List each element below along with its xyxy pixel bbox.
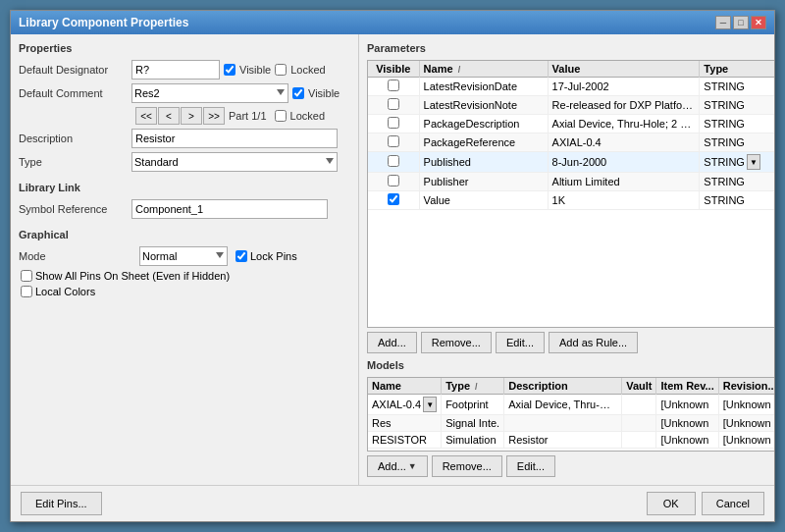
models-button-row: Add... ▼ Remove... Edit... bbox=[367, 455, 774, 477]
col-header-type: Type bbox=[700, 61, 774, 78]
lock-pins-checkbox[interactable] bbox=[236, 250, 247, 262]
params-name-cell: LatestRevisionDate bbox=[419, 78, 548, 96]
models-table-row[interactable]: AXIAL-0.4▼FootprintAxial Device, Thru-Ho… bbox=[368, 395, 774, 415]
type-row: Type Standard Power Graphical Net Tie bbox=[19, 152, 350, 172]
nav-first-button[interactable]: << bbox=[135, 107, 157, 125]
designator-locked-checkbox[interactable] bbox=[275, 64, 287, 76]
models-type-sort[interactable]: / bbox=[475, 382, 478, 392]
models-table: Name Type / Description Vault Item Rev..… bbox=[368, 378, 774, 449]
params-add-button[interactable]: Add... bbox=[367, 332, 417, 353]
params-table-row[interactable]: LatestRevisionDate17-Jul-2002STRING bbox=[368, 78, 774, 96]
params-table-row[interactable]: Published8-Jun-2000STRING▼ bbox=[368, 152, 774, 173]
params-table-row[interactable]: PackageReferenceAXIAL-0.4STRING bbox=[368, 133, 774, 152]
comment-visible-label: Visible bbox=[308, 87, 340, 99]
dialog-body: Properties Default Designator Visible Lo… bbox=[11, 34, 774, 485]
type-dropdown-button[interactable]: ▼ bbox=[747, 154, 760, 170]
params-visible-checkbox[interactable] bbox=[388, 135, 399, 147]
params-name-cell: PackageReference bbox=[419, 133, 548, 152]
params-table-row[interactable]: PackageDescriptionAxial Device, Thru-Hol… bbox=[368, 115, 774, 133]
description-input[interactable] bbox=[131, 129, 338, 148]
type-select[interactable]: Standard Power Graphical Net Tie bbox=[131, 152, 338, 172]
minimize-button[interactable]: ─ bbox=[715, 16, 731, 29]
part-locked-checkbox[interactable] bbox=[275, 110, 287, 122]
name-sort-arrow[interactable]: / bbox=[458, 65, 461, 75]
part-locked-group: Locked bbox=[275, 110, 325, 122]
params-visible-checkbox[interactable] bbox=[388, 117, 399, 129]
models-col-name: Name bbox=[368, 378, 442, 395]
models-vault-cell bbox=[622, 395, 656, 415]
models-table-container[interactable]: Name Type / Description Vault Item Rev..… bbox=[367, 377, 774, 452]
models-table-row[interactable]: RESISTORSimulationResistor[Unknown[Unkno… bbox=[368, 432, 774, 449]
cancel-button[interactable]: Cancel bbox=[702, 492, 764, 515]
models-item-rev-cell: [Unknown bbox=[656, 395, 718, 415]
footer-left: Edit Pins... bbox=[21, 492, 102, 515]
model-name-dropdown-button[interactable]: ▼ bbox=[423, 397, 437, 412]
params-type-cell: STRING bbox=[700, 115, 774, 133]
models-add-arrow: ▼ bbox=[408, 461, 417, 471]
nav-prev-button[interactable]: < bbox=[158, 107, 180, 125]
models-col-type: Type / bbox=[442, 378, 504, 395]
default-designator-input[interactable] bbox=[131, 60, 220, 80]
params-visible-cell bbox=[368, 96, 419, 115]
models-description-cell: Resistor bbox=[504, 432, 622, 449]
show-all-pins-label: Show All Pins On Sheet (Even if Hidden) bbox=[35, 270, 230, 282]
nav-next-button[interactable]: > bbox=[181, 107, 202, 125]
comment-visible-checkbox[interactable] bbox=[292, 87, 304, 99]
comment-visible-checkbox-group: Visible bbox=[292, 87, 340, 99]
edit-pins-button[interactable]: Edit Pins... bbox=[21, 492, 102, 515]
default-designator-label: Default Designator bbox=[19, 64, 131, 76]
params-visible-checkbox[interactable] bbox=[388, 175, 399, 186]
params-remove-button[interactable]: Remove... bbox=[421, 332, 492, 353]
nav-last-button[interactable]: >> bbox=[203, 107, 225, 125]
designator-locked-label: Locked bbox=[290, 64, 325, 76]
params-visible-checkbox[interactable] bbox=[388, 98, 399, 110]
models-name-cell: RESISTOR bbox=[368, 432, 442, 449]
params-table-row[interactable]: PublisherAltium LimitedSTRING bbox=[368, 173, 774, 191]
params-value-cell: Re-released for DXP Platform. bbox=[548, 96, 700, 115]
library-link-title: Library Link bbox=[19, 182, 350, 193]
models-remove-button[interactable]: Remove... bbox=[432, 455, 502, 477]
params-visible-checkbox[interactable] bbox=[388, 193, 399, 205]
models-table-body: AXIAL-0.4▼FootprintAxial Device, Thru-Ho… bbox=[368, 395, 774, 449]
params-table-row[interactable]: Value1KSTRING bbox=[368, 191, 774, 210]
params-visible-checkbox[interactable] bbox=[388, 80, 399, 91]
params-table-row[interactable]: LatestRevisionNoteRe-released for DXP Pl… bbox=[368, 96, 774, 115]
type-label: Type bbox=[19, 156, 131, 168]
symbol-reference-input[interactable] bbox=[131, 199, 328, 219]
mode-select[interactable]: Normal De Morgan IEEE bbox=[139, 246, 228, 266]
ok-button[interactable]: OK bbox=[647, 492, 696, 515]
models-item-rev-cell: [Unknown bbox=[656, 415, 718, 432]
models-col-vault: Vault bbox=[622, 378, 656, 395]
dialog-title: Library Component Properties bbox=[19, 16, 188, 29]
params-edit-button[interactable]: Edit... bbox=[496, 332, 545, 353]
graphical-mode-row: Mode Normal De Morgan IEEE Lock Pins bbox=[19, 246, 350, 266]
symbol-reference-label: Symbol Reference bbox=[19, 203, 131, 215]
models-edit-button[interactable]: Edit... bbox=[506, 455, 555, 477]
params-type-cell: STRING▼ bbox=[700, 152, 774, 173]
close-button[interactable]: ✕ bbox=[751, 16, 766, 29]
parameters-table-container[interactable]: Visible Name / Value Type LatestRevision… bbox=[367, 60, 774, 328]
params-name-cell: Publisher bbox=[419, 173, 548, 191]
locked-checkbox-group: Locked bbox=[275, 64, 325, 76]
params-add-as-rule-button[interactable]: Add as Rule... bbox=[549, 332, 638, 353]
params-visible-checkbox[interactable] bbox=[388, 155, 399, 167]
parameters-section-title: Parameters bbox=[367, 42, 774, 54]
models-type-cell: Signal Inte. bbox=[442, 415, 504, 432]
local-colors-checkbox[interactable] bbox=[21, 286, 32, 297]
col-header-name: Name / bbox=[419, 61, 548, 78]
models-type-cell: Simulation bbox=[442, 432, 504, 449]
models-table-row[interactable]: ResSignal Inte.[Unknown[Unknown bbox=[368, 415, 774, 432]
models-add-button[interactable]: Add... ▼ bbox=[367, 455, 428, 477]
show-all-pins-checkbox[interactable] bbox=[21, 270, 32, 282]
col-header-value: Value bbox=[548, 61, 700, 78]
title-bar: Library Component Properties ─ □ ✕ bbox=[11, 11, 774, 34]
params-name-cell: Value bbox=[419, 191, 548, 210]
default-comment-select[interactable]: Res2 bbox=[131, 83, 288, 103]
designator-visible-checkbox[interactable] bbox=[224, 64, 236, 76]
models-item-rev-cell: [Unknown bbox=[656, 432, 718, 449]
maximize-button[interactable]: □ bbox=[733, 16, 749, 29]
description-label: Description bbox=[19, 133, 131, 144]
models-name-cell: Res bbox=[368, 415, 442, 432]
params-value-cell: Axial Device, Thru-Hole; 2 Leads; 0.4 bbox=[548, 115, 700, 133]
models-type-cell: Footprint bbox=[442, 395, 504, 415]
